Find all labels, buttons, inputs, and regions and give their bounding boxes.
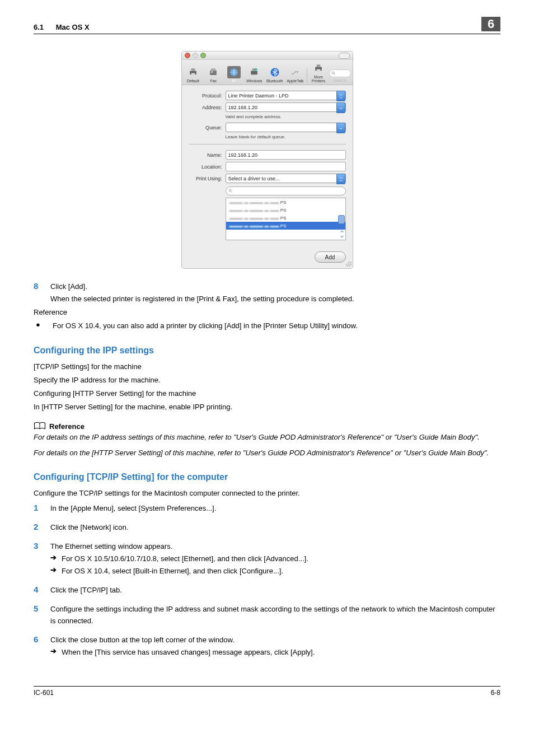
ipp-line: Configuring [HTTP Server Setting] for th… bbox=[34, 388, 500, 399]
toolbar-ip[interactable]: IP bbox=[224, 66, 245, 83]
driver-list-item[interactable]: ▬▬▬ ▬ ▬▬▬ ▬ ▬▬ PS bbox=[226, 206, 345, 214]
toolbar-windows[interactable]: ✦ Windows bbox=[244, 66, 265, 83]
protocol-value: Line Printer Daemon - LPD bbox=[228, 93, 289, 99]
search-icon bbox=[331, 71, 336, 76]
location-label: Location: bbox=[189, 164, 226, 170]
svg-rect-14 bbox=[317, 69, 321, 72]
address-arrow-icon bbox=[336, 102, 345, 113]
driver-list[interactable]: ▬▬▬ ▬ ▬▬▬ ▬ ▬▬ PS ▬▬▬ ▬ ▬▬▬ ▬ ▬▬ PS ▬▬▬ … bbox=[226, 198, 346, 240]
step-text: The Ethernet setting window appears. bbox=[50, 541, 500, 552]
name-input[interactable]: 192.168.1.20 bbox=[226, 150, 346, 160]
address-input[interactable]: 192.168.1.20 bbox=[226, 102, 346, 112]
dialog-titlebar bbox=[182, 52, 353, 60]
svg-rect-1 bbox=[191, 68, 195, 71]
svg-line-16 bbox=[334, 74, 335, 75]
reference-italic: For details on the [HTTP Server Setting]… bbox=[34, 447, 500, 459]
queue-input[interactable] bbox=[226, 123, 346, 132]
toolbar-fax[interactable]: Fax bbox=[203, 66, 224, 83]
fax-icon bbox=[208, 67, 219, 78]
protocol-combo[interactable]: Line Printer Daemon - LPD bbox=[226, 91, 346, 100]
queue-label: Queue: bbox=[189, 125, 226, 130]
driver-list-item[interactable]: ▬▬▬ ▬ ▬▬▬ ▬ ▬▬ PS bbox=[226, 198, 345, 206]
substep-text: For OS X 10.5/10.6/10.7/10.8, select [Et… bbox=[62, 553, 500, 564]
name-value: 192.168.1.20 bbox=[228, 152, 258, 158]
arrow-icon: ➔ bbox=[50, 647, 62, 658]
toolbar-separator bbox=[307, 68, 307, 83]
toolbar-default[interactable]: Default bbox=[183, 66, 204, 83]
add-button[interactable]: Add bbox=[315, 251, 346, 263]
substep-text: When the [This service has unsaved chang… bbox=[62, 647, 500, 658]
toolbar-ip-label: IP bbox=[232, 79, 236, 83]
heading-ipp: Configuring the IPP settings bbox=[34, 346, 500, 356]
close-icon[interactable] bbox=[185, 53, 190, 58]
reference-label: Reference bbox=[34, 307, 500, 318]
ipp-line: In [HTTP Server Setting] for the machine… bbox=[34, 402, 500, 413]
driver-list-item-selected[interactable]: ▬▬▬ ▬ ▬▬▬ ▬ ▬▬ PS bbox=[226, 222, 345, 230]
printer-icon bbox=[188, 67, 199, 78]
scroll-down-icon[interactable] bbox=[339, 234, 345, 240]
bluetooth-icon bbox=[269, 67, 280, 78]
step-text: Click the [TCP/IP] tab. bbox=[50, 585, 500, 596]
step-number: 8 bbox=[34, 281, 50, 292]
reference-heading: Reference bbox=[34, 422, 500, 431]
windows-printer-icon: ✦ bbox=[249, 67, 260, 78]
toolbar-search-label: Search bbox=[333, 78, 346, 83]
heading-tcpip: Configuring [TCP/IP Setting] for the com… bbox=[34, 472, 500, 482]
reference-italic: For details on the IP address settings o… bbox=[34, 432, 500, 443]
print-using-value: Select a driver to use... bbox=[228, 176, 280, 181]
toolbar-bluetooth-label: Bluetooth bbox=[266, 79, 283, 83]
location-input[interactable] bbox=[226, 162, 346, 171]
footer-right: 6-8 bbox=[491, 689, 500, 697]
arrow-icon: ➔ bbox=[50, 553, 62, 564]
name-label: Name: bbox=[189, 152, 226, 158]
print-using-arrow-icon bbox=[336, 174, 345, 184]
toolbar-toggle-icon[interactable] bbox=[339, 53, 350, 59]
step-number: 4 bbox=[34, 585, 50, 596]
ipp-line: [TCP/IP Settings] for the machine bbox=[34, 361, 500, 372]
svg-rect-2 bbox=[191, 73, 195, 76]
step-number: 2 bbox=[34, 522, 50, 533]
globe-icon bbox=[228, 67, 240, 78]
svg-point-17 bbox=[229, 189, 231, 192]
step-number: 1 bbox=[34, 503, 50, 514]
address-helper: Valid and complete address. bbox=[226, 114, 346, 119]
bullet-icon: ● bbox=[34, 320, 53, 332]
toolbar-appletalk[interactable]: AppleTalk bbox=[285, 66, 306, 83]
toolbar-fax-label: Fax bbox=[210, 79, 217, 83]
svg-rect-13 bbox=[317, 64, 321, 67]
svg-rect-4 bbox=[211, 68, 216, 71]
book-icon bbox=[34, 422, 46, 431]
toolbar-appletalk-label: AppleTalk bbox=[287, 79, 303, 83]
step-followup: When the selected printer is registered … bbox=[50, 293, 500, 305]
driver-list-item[interactable]: ▬▬▬ ▬ ▬▬▬ ▬ ▬▬ PS bbox=[226, 214, 345, 222]
toolbar-bluetooth[interactable]: Bluetooth bbox=[265, 66, 285, 83]
scroll-up-icon[interactable] bbox=[339, 228, 345, 234]
print-using-select[interactable]: Select a driver to use... bbox=[226, 174, 346, 183]
substep-text: For OS X 10.4, select [Built-in Ethernet… bbox=[62, 566, 500, 577]
toolbar-windows-label: Windows bbox=[246, 79, 262, 83]
toolbar-default-label: Default bbox=[187, 79, 199, 83]
protocol-arrow-icon bbox=[336, 91, 345, 101]
dialog-toolbar: Default Fax IP ✦ Windows Bluetooth bbox=[182, 60, 353, 85]
appletalk-icon bbox=[289, 67, 301, 78]
zoom-icon[interactable] bbox=[200, 53, 206, 58]
toolbar-search[interactable]: Search bbox=[329, 69, 351, 83]
toolbar-more-printers[interactable]: More Printers bbox=[308, 62, 329, 83]
step-number: 5 bbox=[34, 604, 50, 626]
svg-point-15 bbox=[332, 72, 334, 74]
print-using-label: Print Using: bbox=[189, 176, 226, 181]
minimize-icon[interactable] bbox=[193, 53, 198, 58]
step-text: Click the [Network] icon. bbox=[50, 522, 500, 533]
svg-line-18 bbox=[231, 192, 232, 193]
dialog-divider bbox=[189, 144, 346, 144]
scrollbar-thumb[interactable] bbox=[338, 215, 345, 224]
footer-left: IC-601 bbox=[34, 689, 54, 697]
running-header: 6.1 Mac OS X bbox=[34, 23, 90, 31]
section-number: 6.1 bbox=[34, 23, 44, 31]
driver-search-input[interactable] bbox=[226, 186, 346, 195]
resize-grip-icon[interactable] bbox=[346, 262, 352, 267]
step-text: In the [Apple Menu], select [System Pref… bbox=[50, 503, 500, 514]
step-text: Click [Add]. bbox=[50, 281, 500, 292]
add-printer-dialog: Default Fax IP ✦ Windows Bluetooth bbox=[181, 51, 353, 269]
reference-heading-text: Reference bbox=[49, 422, 85, 431]
